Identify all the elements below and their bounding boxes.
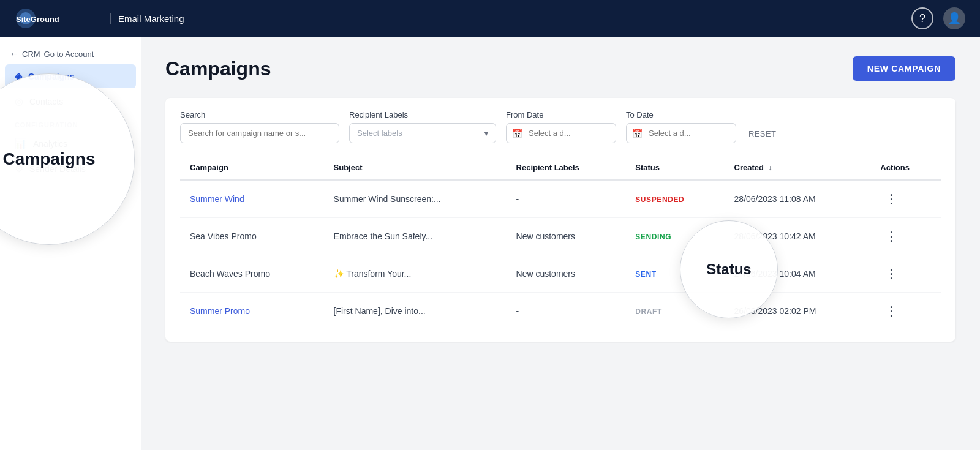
search-filter-group: Search [180,110,339,143]
table-header: Campaign Subject Recipient Labels Status… [180,156,941,180]
campaigns-table: Campaign Subject Recipient Labels Status… [180,156,941,329]
main-content: Campaigns NEW CAMPAIGN Search Recipient … [141,37,980,450]
search-input[interactable] [180,123,339,143]
status-circle-overlay: Status [680,220,778,318]
status-badge: DRAFT [635,307,662,316]
kebab-menu-icon: ⋮ [885,229,897,244]
row-actions-button[interactable]: ⋮ [880,189,902,209]
from-date-calendar-icon: 📅 [512,129,522,138]
col-campaign: Campaign [180,156,324,180]
help-button[interactable]: ? [911,7,933,29]
kebab-menu-icon: ⋮ [885,304,897,318]
status-badge: SENT [635,270,656,279]
page-title: Campaigns [165,58,271,80]
cell-campaign: Beach Waves Promo [180,255,324,293]
logo-area: SiteGround Email Marketing [15,7,184,29]
from-date-filter-group: From Date 📅 [506,110,616,143]
col-created[interactable]: Created ↓ [725,156,871,180]
sidebar-back-link[interactable]: ← CRM Go to Account [0,44,141,64]
cell-actions: ⋮ [870,255,941,293]
top-navigation: SiteGround Email Marketing ? 👤 [0,0,980,37]
cell-recipient-labels: New customers [507,255,626,293]
status-badge: SUSPENDED [635,195,684,204]
to-date-label: To Date [626,110,736,119]
kebab-menu-icon: ⋮ [885,266,897,281]
kebab-menu-icon: ⋮ [885,192,897,206]
to-date-wrap: 📅 [626,123,736,143]
back-arrow-icon: ← [10,49,18,59]
reset-button[interactable]: RESET [746,124,778,143]
cell-campaign: Summer Wind [180,180,324,218]
table-row: Beach Waves Promo✨ Transform Your...New … [180,255,941,293]
col-actions: Actions [870,156,941,180]
siteground-logo: SiteGround [15,7,100,29]
sidebar: ← CRM Go to Account ◈ Campaigns ◎ Contac… [0,37,141,450]
app-name: Email Marketing [110,13,184,24]
sort-down-icon: ↓ [769,163,772,172]
from-date-input[interactable] [506,123,616,143]
recipient-labels-select-wrap: Select labels ▼ [349,123,496,143]
cell-subject: Summer Wind Sunscreen:... [324,180,507,218]
campaign-link[interactable]: Summer Promo [190,306,250,316]
cell-status: SUSPENDED [625,180,724,218]
row-actions-button[interactable]: ⋮ [880,301,902,321]
filters-row: Search Recipient Labels Select labels ▼ [180,110,941,143]
to-date-calendar-icon: 📅 [632,129,643,138]
cell-campaign: Sea Vibes Promo [180,218,324,255]
cell-actions: ⋮ [870,180,941,218]
from-date-wrap: 📅 [506,123,616,143]
table-row: Summer Promo[First Name], Dive into...-D… [180,293,941,330]
recipient-labels-filter-group: Recipient Labels Select labels ▼ [349,110,496,143]
campaigns-table-wrap: Campaign Subject Recipient Labels Status… [180,156,941,329]
sidebar-crm-label: CRM [22,50,40,59]
new-campaign-button[interactable]: NEW CAMPAIGN [853,56,956,81]
campaigns-panel: Search Recipient Labels Select labels ▼ [165,98,956,342]
user-avatar[interactable]: 👤 [943,7,965,29]
cell-actions: ⋮ [870,218,941,255]
go-to-account-label: Go to Account [44,50,94,59]
cell-actions: ⋮ [870,293,941,330]
cell-campaign: Summer Promo [180,293,324,330]
cell-subject: ✨ Transform Your... [324,255,507,293]
table-row: Sea Vibes PromoEmbrace the Sun Safely...… [180,218,941,255]
page-header: Campaigns NEW CAMPAIGN [165,56,956,81]
col-status: Status [625,156,724,180]
status-badge: SENDING [635,233,671,241]
col-recipient-labels: Recipient Labels [507,156,626,180]
from-date-label: From Date [506,110,616,119]
cell-recipient-labels: - [507,180,626,218]
status-circle-text: Status [706,261,751,278]
recipient-labels-select[interactable]: Select labels [349,123,496,143]
main-layout: ← CRM Go to Account ◈ Campaigns ◎ Contac… [0,37,980,450]
svg-text:SiteGround: SiteGround [16,15,59,24]
search-label: Search [180,110,339,119]
circle-overlay-text: Campaigns [3,149,96,169]
to-date-filter-group: To Date 📅 [626,110,736,143]
recipient-labels-label: Recipient Labels [349,110,496,119]
row-actions-button[interactable]: ⋮ [880,264,902,283]
cell-subject: [First Name], Dive into... [324,293,507,330]
table-body: Summer WindSummer Wind Sunscreen:...-SUS… [180,180,941,329]
col-subject: Subject [324,156,507,180]
campaign-link[interactable]: Summer Wind [190,194,244,204]
cell-created: 28/06/2023 11:08 AM [725,180,871,218]
row-actions-button[interactable]: ⋮ [880,227,902,246]
cell-subject: Embrace the Sun Safely... [324,218,507,255]
cell-recipient-labels: New customers [507,218,626,255]
to-date-input[interactable] [626,123,736,143]
table-row: Summer WindSummer Wind Sunscreen:...-SUS… [180,180,941,218]
cell-recipient-labels: - [507,293,626,330]
nav-right: ? 👤 [911,7,965,29]
